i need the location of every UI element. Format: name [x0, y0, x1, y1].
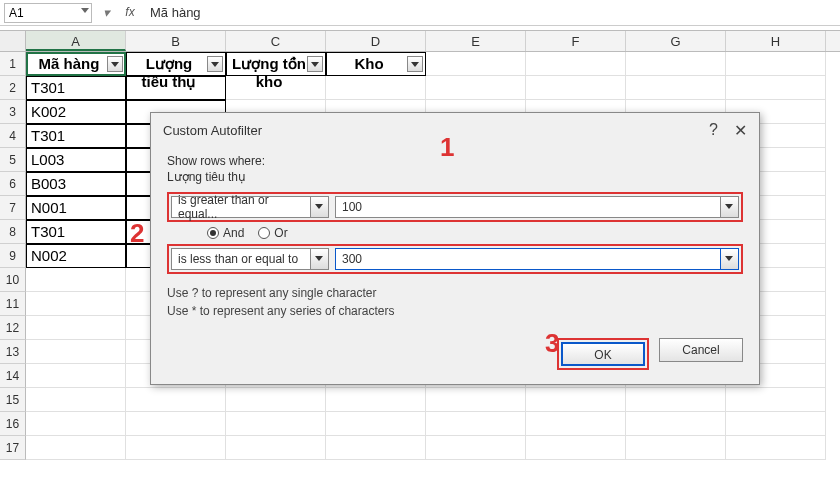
cell[interactable]: [726, 388, 826, 412]
col-header[interactable]: A: [26, 31, 126, 51]
col-header[interactable]: B: [126, 31, 226, 51]
cell[interactable]: [726, 76, 826, 100]
cell[interactable]: [26, 364, 126, 388]
filter-icon[interactable]: [307, 56, 323, 72]
cell[interactable]: [726, 412, 826, 436]
cell[interactable]: [526, 412, 626, 436]
cell[interactable]: [26, 316, 126, 340]
help-icon[interactable]: ?: [709, 121, 718, 140]
col-header[interactable]: D: [326, 31, 426, 51]
operator-select-1[interactable]: is greater than or equal...: [171, 196, 329, 218]
row-header[interactable]: 8: [0, 220, 26, 244]
cell-header[interactable]: Kho: [326, 52, 426, 76]
cell[interactable]: [226, 412, 326, 436]
cell[interactable]: [126, 436, 226, 460]
close-icon[interactable]: ✕: [734, 121, 747, 140]
row-header[interactable]: 15: [0, 388, 26, 412]
row-header[interactable]: 4: [0, 124, 26, 148]
col-header[interactable]: G: [626, 31, 726, 51]
value-input-1[interactable]: 100: [335, 196, 739, 218]
cell-header[interactable]: Mã hàng: [26, 52, 126, 76]
cell[interactable]: [26, 412, 126, 436]
cell[interactable]: [326, 436, 426, 460]
ok-button[interactable]: OK: [561, 342, 645, 366]
cell[interactable]: [626, 412, 726, 436]
filter-icon[interactable]: [207, 56, 223, 72]
col-header[interactable]: C: [226, 31, 326, 51]
cell[interactable]: [26, 436, 126, 460]
row-header[interactable]: 12: [0, 316, 26, 340]
name-box[interactable]: A1: [4, 3, 92, 23]
cell[interactable]: [126, 76, 226, 100]
cell[interactable]: [426, 412, 526, 436]
cell[interactable]: T301: [26, 76, 126, 100]
value-input-2[interactable]: 300: [335, 248, 739, 270]
row-header[interactable]: 6: [0, 172, 26, 196]
chevron-down-icon[interactable]: [720, 197, 738, 217]
col-header[interactable]: E: [426, 31, 526, 51]
cell[interactable]: [26, 268, 126, 292]
row-header[interactable]: 2: [0, 76, 26, 100]
row-header[interactable]: 13: [0, 340, 26, 364]
fx-icon[interactable]: fx: [122, 5, 138, 20]
cell[interactable]: B003: [26, 172, 126, 196]
dialog-titlebar[interactable]: Custom Autofilter ? ✕: [151, 113, 759, 148]
row-header[interactable]: 10: [0, 268, 26, 292]
cell[interactable]: [426, 436, 526, 460]
cell[interactable]: T301: [26, 220, 126, 244]
dropdown-icon[interactable]: ▾: [98, 5, 114, 20]
cell[interactable]: [626, 52, 726, 76]
radio-or[interactable]: Or: [258, 226, 287, 240]
cell[interactable]: [226, 436, 326, 460]
chevron-down-icon[interactable]: [310, 197, 328, 217]
cell[interactable]: K002: [26, 100, 126, 124]
radio-and[interactable]: And: [207, 226, 244, 240]
cell[interactable]: [426, 76, 526, 100]
cell[interactable]: [326, 388, 426, 412]
cell[interactable]: [426, 388, 526, 412]
cell[interactable]: [526, 76, 626, 100]
cell[interactable]: T301: [26, 124, 126, 148]
cell[interactable]: [226, 388, 326, 412]
cell[interactable]: [526, 388, 626, 412]
cell[interactable]: [226, 76, 326, 100]
row-header[interactable]: 11: [0, 292, 26, 316]
cell[interactable]: [126, 388, 226, 412]
cell[interactable]: N002: [26, 244, 126, 268]
chevron-down-icon[interactable]: [720, 249, 738, 269]
cell[interactable]: [326, 412, 426, 436]
formula-input[interactable]: Mã hàng: [144, 5, 836, 20]
chevron-down-icon[interactable]: [310, 249, 328, 269]
cell[interactable]: [626, 388, 726, 412]
cell[interactable]: [326, 76, 426, 100]
row-header[interactable]: 7: [0, 196, 26, 220]
chevron-down-icon[interactable]: [81, 8, 89, 13]
col-header[interactable]: F: [526, 31, 626, 51]
row-header[interactable]: 5: [0, 148, 26, 172]
cell[interactable]: [126, 412, 226, 436]
row-header[interactable]: 14: [0, 364, 26, 388]
cell[interactable]: L003: [26, 148, 126, 172]
cell[interactable]: [26, 388, 126, 412]
cell[interactable]: [26, 292, 126, 316]
cell[interactable]: N001: [26, 196, 126, 220]
cancel-button[interactable]: Cancel: [659, 338, 743, 362]
cell[interactable]: [526, 436, 626, 460]
operator-select-2[interactable]: is less than or equal to: [171, 248, 329, 270]
cell[interactable]: [726, 52, 826, 76]
cell[interactable]: [626, 76, 726, 100]
cell[interactable]: [426, 52, 526, 76]
cell[interactable]: [526, 52, 626, 76]
row-header[interactable]: 17: [0, 436, 26, 460]
row-header[interactable]: 1: [0, 52, 26, 76]
select-all-corner[interactable]: [0, 31, 26, 51]
row-header[interactable]: 3: [0, 100, 26, 124]
cell-header[interactable]: Lượng tiêu thụ: [126, 52, 226, 76]
cell[interactable]: [626, 436, 726, 460]
cell-header[interactable]: Lượng tồn kho: [226, 52, 326, 76]
cell[interactable]: [726, 436, 826, 460]
filter-icon[interactable]: [107, 56, 123, 72]
row-header[interactable]: 9: [0, 244, 26, 268]
row-header[interactable]: 16: [0, 412, 26, 436]
cell[interactable]: [26, 340, 126, 364]
